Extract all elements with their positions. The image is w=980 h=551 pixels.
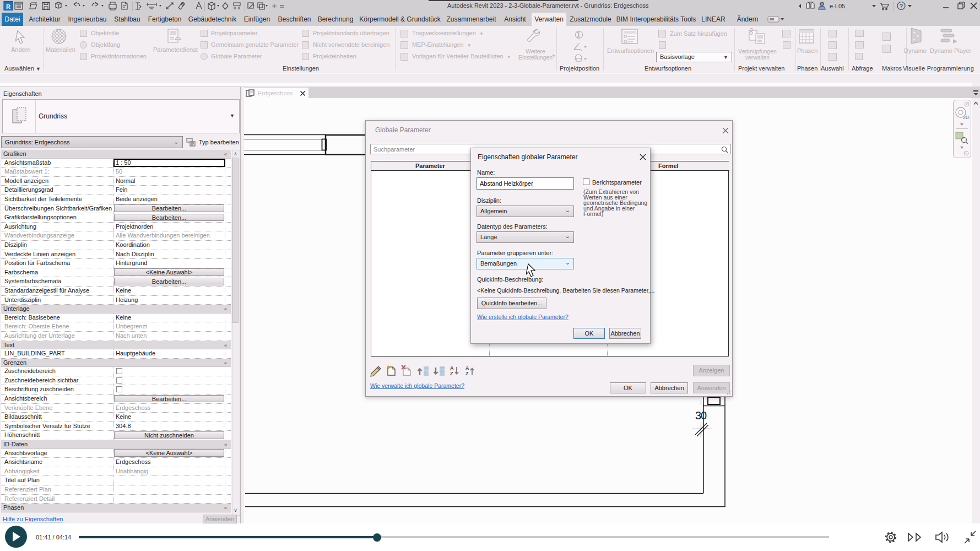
svg-text:Z: Z — [465, 371, 469, 376]
svg-text:30: 30 — [695, 409, 707, 422]
svg-text:A: A — [450, 365, 454, 371]
svg-text:2D: 2D — [963, 115, 970, 120]
svg-text:e-L05: e-L05 — [830, 3, 845, 9]
svg-text:?: ? — [900, 3, 903, 9]
svg-text:Z: Z — [450, 371, 453, 376]
svg-text:A: A — [465, 365, 469, 371]
svg-text:R: R — [6, 3, 10, 10]
